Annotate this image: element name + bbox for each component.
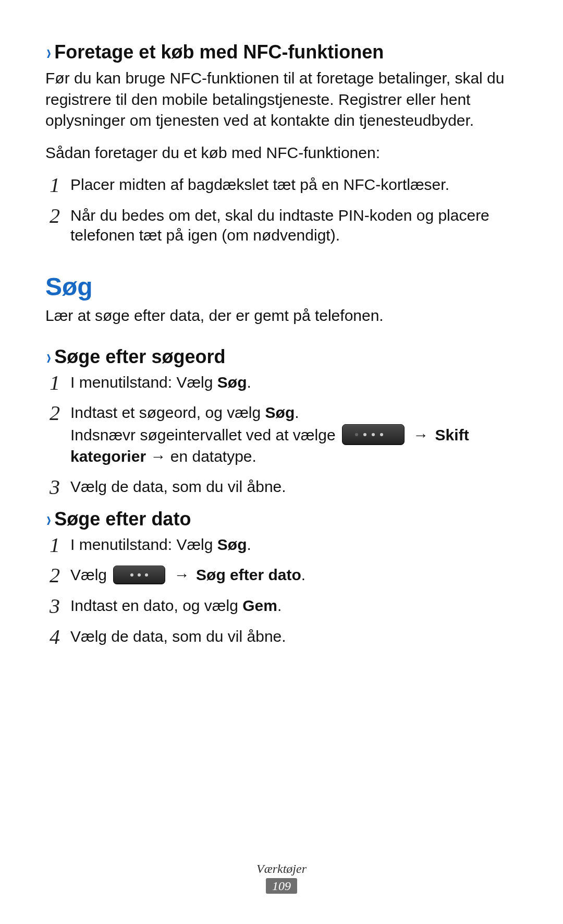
step-text: Indtast et søgeord, og vælg Søg. xyxy=(70,404,299,421)
search-intro: Lær at søge efter data, der er gemt på t… xyxy=(45,305,520,326)
step-number: 3 xyxy=(44,593,65,619)
heading-nfc-purchase-text: Foretage et køb med NFC-funktionen xyxy=(54,41,384,63)
page-footer: Værktøjer 109 xyxy=(0,862,563,894)
list-item: 3 Vælg de data, som du vil åbne. xyxy=(45,477,520,497)
list-item: 2 Når du bedes om det, skal du indtaste … xyxy=(45,206,520,246)
step-text: Vælg de data, som du vil åbne. xyxy=(70,628,286,645)
footer-section-label: Værktøjer xyxy=(0,862,563,876)
nfc-intro-1: Før du kan bruge NFC-funktionen til at f… xyxy=(45,68,520,131)
list-item: 1 I menutilstand: Vælg Søg. xyxy=(45,535,520,555)
heading-nfc-purchase: ›Foretage et køb med NFC-funktionen xyxy=(45,41,520,63)
step-text: Indtast en dato, og vælg Gem. xyxy=(70,597,282,614)
list-item: 1 Placer midten af bagdækslet tæt på en … xyxy=(45,175,520,195)
more-icon xyxy=(113,566,165,584)
heading-search-keyword: ›Søge efter søgeord xyxy=(45,345,520,367)
step-number: 1 xyxy=(44,369,65,396)
step-subtext: Indsnævr søgeintervallet ved at vælge → … xyxy=(70,425,520,466)
step-text: Når du bedes om det, skal du indtaste PI… xyxy=(70,207,489,244)
more-icon xyxy=(342,424,405,445)
manual-page: ›Foretage et køb med NFC-funktionen Før … xyxy=(0,0,563,924)
step-text: I menutilstand: Vælg Søg. xyxy=(70,374,251,391)
step-number: 2 xyxy=(44,562,65,589)
step-number: 3 xyxy=(44,474,65,500)
chevron-icon: › xyxy=(46,509,51,530)
page-number: 109 xyxy=(266,878,297,894)
step-number: 1 xyxy=(44,532,65,558)
chevron-icon: › xyxy=(46,346,51,367)
heading-search-date: ›Søge efter dato xyxy=(45,508,520,530)
nfc-steps: 1 Placer midten af bagdækslet tæt på en … xyxy=(45,175,520,245)
search-keyword-steps: 1 I menutilstand: Vælg Søg. 2 Indtast et… xyxy=(45,373,520,497)
search-date-steps: 1 I menutilstand: Vælg Søg. 2 Vælg → Søg… xyxy=(45,535,520,646)
heading-search-date-text: Søge efter dato xyxy=(54,508,191,530)
step-number: 1 xyxy=(44,172,65,198)
step-text: Vælg → Søg efter dato. xyxy=(70,566,305,583)
step-number: 2 xyxy=(44,202,65,229)
list-item: 2 Vælg → Søg efter dato. xyxy=(45,565,520,585)
list-item: 3 Indtast en dato, og vælg Gem. xyxy=(45,596,520,616)
chevron-icon: › xyxy=(46,42,51,63)
step-text: I menutilstand: Vælg Søg. xyxy=(70,536,251,553)
list-item: 1 I menutilstand: Vælg Søg. xyxy=(45,373,520,392)
step-text: Vælg de data, som du vil åbne. xyxy=(70,478,286,495)
list-item: 4 Vælg de data, som du vil åbne. xyxy=(45,627,520,646)
list-item: 2 Indtast et søgeord, og vælg Søg. Indsn… xyxy=(45,403,520,466)
step-number: 4 xyxy=(44,623,65,650)
heading-search: Søg xyxy=(45,272,520,301)
heading-search-keyword-text: Søge efter søgeord xyxy=(54,346,225,367)
nfc-intro-2: Sådan foretager du et køb med NFC-funkti… xyxy=(45,142,520,163)
step-number: 2 xyxy=(44,400,65,426)
step-text: Placer midten af bagdækslet tæt på en NF… xyxy=(70,176,449,193)
